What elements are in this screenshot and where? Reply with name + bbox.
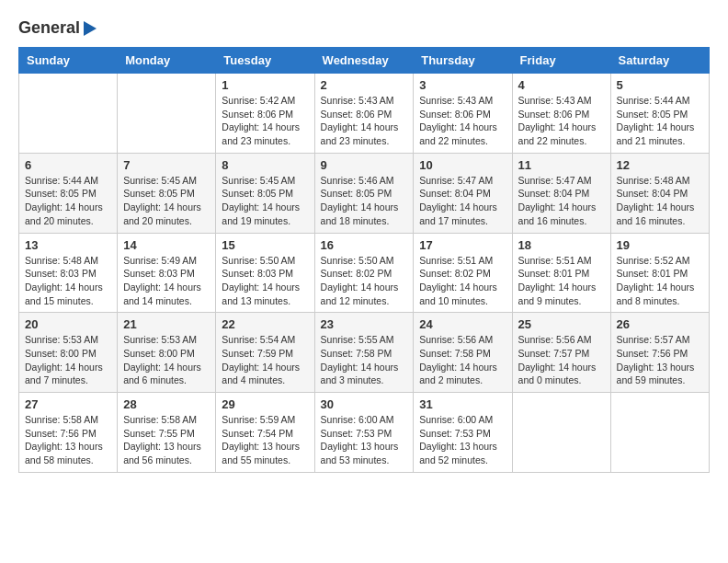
- day-info: Sunrise: 5:42 AM Sunset: 8:06 PM Dayligh…: [222, 94, 308, 148]
- day-number: 9: [321, 158, 408, 172]
- day-number: 1: [222, 78, 308, 92]
- calendar-cell: 25Sunrise: 5:56 AM Sunset: 7:57 PM Dayli…: [512, 313, 610, 393]
- day-of-week-header: Thursday: [414, 48, 512, 74]
- day-of-week-header: Sunday: [19, 48, 118, 74]
- day-info: Sunrise: 6:00 AM Sunset: 7:53 PM Dayligh…: [321, 413, 408, 467]
- day-number: 16: [321, 238, 408, 252]
- day-number: 11: [518, 158, 605, 172]
- day-info: Sunrise: 5:44 AM Sunset: 8:05 PM Dayligh…: [617, 94, 703, 148]
- day-info: Sunrise: 6:00 AM Sunset: 7:53 PM Dayligh…: [419, 413, 506, 467]
- calendar-cell: 12Sunrise: 5:48 AM Sunset: 8:04 PM Dayli…: [610, 153, 709, 233]
- calendar-cell: 22Sunrise: 5:54 AM Sunset: 7:59 PM Dayli…: [216, 313, 314, 393]
- logo-general-text: General: [18, 18, 80, 38]
- page-header: General: [18, 18, 710, 38]
- calendar-cell: [610, 393, 709, 473]
- day-info: Sunrise: 5:44 AM Sunset: 8:05 PM Dayligh…: [25, 174, 111, 228]
- calendar-header-row: SundayMondayTuesdayWednesdayThursdayFrid…: [19, 48, 710, 74]
- day-of-week-header: Saturday: [610, 48, 709, 74]
- day-number: 31: [419, 397, 506, 411]
- day-info: Sunrise: 5:50 AM Sunset: 8:03 PM Dayligh…: [222, 254, 308, 308]
- day-number: 30: [321, 397, 408, 411]
- day-info: Sunrise: 5:51 AM Sunset: 8:02 PM Dayligh…: [419, 254, 506, 308]
- day-number: 22: [222, 317, 308, 331]
- calendar-cell: 7Sunrise: 5:45 AM Sunset: 8:05 PM Daylig…: [118, 153, 216, 233]
- calendar-week-row: 20Sunrise: 5:53 AM Sunset: 8:00 PM Dayli…: [19, 313, 710, 393]
- day-number: 17: [419, 238, 506, 252]
- day-number: 21: [123, 317, 210, 331]
- day-info: Sunrise: 5:55 AM Sunset: 7:58 PM Dayligh…: [321, 333, 408, 387]
- day-number: 24: [419, 317, 506, 331]
- day-number: 4: [518, 78, 605, 92]
- day-info: Sunrise: 5:46 AM Sunset: 8:05 PM Dayligh…: [321, 174, 408, 228]
- day-number: 29: [222, 397, 308, 411]
- logo: General: [18, 18, 97, 38]
- day-info: Sunrise: 5:58 AM Sunset: 7:55 PM Dayligh…: [123, 413, 210, 467]
- day-number: 25: [518, 317, 605, 331]
- calendar-cell: 23Sunrise: 5:55 AM Sunset: 7:58 PM Dayli…: [314, 313, 414, 393]
- day-info: Sunrise: 5:54 AM Sunset: 7:59 PM Dayligh…: [222, 333, 308, 387]
- day-number: 28: [123, 397, 210, 411]
- day-info: Sunrise: 5:45 AM Sunset: 8:05 PM Dayligh…: [222, 174, 308, 228]
- calendar-cell: 4Sunrise: 5:43 AM Sunset: 8:06 PM Daylig…: [512, 74, 610, 154]
- calendar-week-row: 27Sunrise: 5:58 AM Sunset: 7:56 PM Dayli…: [19, 393, 710, 473]
- calendar-cell: 28Sunrise: 5:58 AM Sunset: 7:55 PM Dayli…: [118, 393, 216, 473]
- day-info: Sunrise: 5:52 AM Sunset: 8:01 PM Dayligh…: [617, 254, 703, 308]
- day-number: 20: [25, 317, 111, 331]
- calendar-cell: 18Sunrise: 5:51 AM Sunset: 8:01 PM Dayli…: [512, 233, 610, 313]
- calendar-cell: [118, 74, 216, 154]
- day-info: Sunrise: 5:49 AM Sunset: 8:03 PM Dayligh…: [123, 254, 210, 308]
- calendar-cell: 2Sunrise: 5:43 AM Sunset: 8:06 PM Daylig…: [314, 74, 414, 154]
- day-number: 19: [617, 238, 703, 252]
- calendar-cell: [512, 393, 610, 473]
- calendar-cell: 16Sunrise: 5:50 AM Sunset: 8:02 PM Dayli…: [314, 233, 414, 313]
- calendar-cell: 8Sunrise: 5:45 AM Sunset: 8:05 PM Daylig…: [216, 153, 314, 233]
- day-number: 5: [617, 78, 703, 92]
- day-info: Sunrise: 5:47 AM Sunset: 8:04 PM Dayligh…: [518, 174, 605, 228]
- calendar-cell: 5Sunrise: 5:44 AM Sunset: 8:05 PM Daylig…: [610, 74, 709, 154]
- calendar-cell: 13Sunrise: 5:48 AM Sunset: 8:03 PM Dayli…: [19, 233, 118, 313]
- calendar-cell: 26Sunrise: 5:57 AM Sunset: 7:56 PM Dayli…: [610, 313, 709, 393]
- day-number: 27: [25, 397, 111, 411]
- calendar-week-row: 1Sunrise: 5:42 AM Sunset: 8:06 PM Daylig…: [19, 74, 710, 154]
- day-of-week-header: Monday: [118, 48, 216, 74]
- day-number: 23: [321, 317, 408, 331]
- day-info: Sunrise: 5:50 AM Sunset: 8:02 PM Dayligh…: [321, 254, 408, 308]
- day-number: 10: [419, 158, 506, 172]
- calendar-cell: 9Sunrise: 5:46 AM Sunset: 8:05 PM Daylig…: [314, 153, 414, 233]
- calendar-cell: 17Sunrise: 5:51 AM Sunset: 8:02 PM Dayli…: [414, 233, 512, 313]
- calendar-cell: 10Sunrise: 5:47 AM Sunset: 8:04 PM Dayli…: [414, 153, 512, 233]
- calendar-cell: 6Sunrise: 5:44 AM Sunset: 8:05 PM Daylig…: [19, 153, 118, 233]
- day-number: 14: [123, 238, 210, 252]
- calendar-cell: 31Sunrise: 6:00 AM Sunset: 7:53 PM Dayli…: [414, 393, 512, 473]
- calendar-cell: 15Sunrise: 5:50 AM Sunset: 8:03 PM Dayli…: [216, 233, 314, 313]
- calendar-cell: 14Sunrise: 5:49 AM Sunset: 8:03 PM Dayli…: [118, 233, 216, 313]
- logo-arrow-icon: [84, 21, 97, 36]
- calendar-cell: 29Sunrise: 5:59 AM Sunset: 7:54 PM Dayli…: [216, 393, 314, 473]
- day-of-week-header: Friday: [512, 48, 610, 74]
- day-number: 6: [25, 158, 111, 172]
- calendar-cell: 27Sunrise: 5:58 AM Sunset: 7:56 PM Dayli…: [19, 393, 118, 473]
- day-info: Sunrise: 5:56 AM Sunset: 7:58 PM Dayligh…: [419, 333, 506, 387]
- day-info: Sunrise: 5:51 AM Sunset: 8:01 PM Dayligh…: [518, 254, 605, 308]
- day-info: Sunrise: 5:56 AM Sunset: 7:57 PM Dayligh…: [518, 333, 605, 387]
- day-info: Sunrise: 5:58 AM Sunset: 7:56 PM Dayligh…: [25, 413, 111, 467]
- calendar-week-row: 13Sunrise: 5:48 AM Sunset: 8:03 PM Dayli…: [19, 233, 710, 313]
- day-info: Sunrise: 5:43 AM Sunset: 8:06 PM Dayligh…: [518, 94, 605, 148]
- day-info: Sunrise: 5:43 AM Sunset: 8:06 PM Dayligh…: [419, 94, 506, 148]
- calendar-cell: 11Sunrise: 5:47 AM Sunset: 8:04 PM Dayli…: [512, 153, 610, 233]
- calendar-cell: 20Sunrise: 5:53 AM Sunset: 8:00 PM Dayli…: [19, 313, 118, 393]
- day-info: Sunrise: 5:48 AM Sunset: 8:04 PM Dayligh…: [617, 174, 703, 228]
- day-number: 2: [321, 78, 408, 92]
- day-info: Sunrise: 5:53 AM Sunset: 8:00 PM Dayligh…: [123, 333, 210, 387]
- day-number: 12: [617, 158, 703, 172]
- calendar-cell: 30Sunrise: 6:00 AM Sunset: 7:53 PM Dayli…: [314, 393, 414, 473]
- calendar-table: SundayMondayTuesdayWednesdayThursdayFrid…: [18, 47, 710, 473]
- day-number: 3: [419, 78, 506, 92]
- day-number: 8: [222, 158, 308, 172]
- day-info: Sunrise: 5:53 AM Sunset: 8:00 PM Dayligh…: [25, 333, 111, 387]
- day-of-week-header: Wednesday: [314, 48, 414, 74]
- day-info: Sunrise: 5:47 AM Sunset: 8:04 PM Dayligh…: [419, 174, 506, 228]
- calendar-cell: 24Sunrise: 5:56 AM Sunset: 7:58 PM Dayli…: [414, 313, 512, 393]
- day-info: Sunrise: 5:48 AM Sunset: 8:03 PM Dayligh…: [25, 254, 111, 308]
- calendar-cell: 19Sunrise: 5:52 AM Sunset: 8:01 PM Dayli…: [610, 233, 709, 313]
